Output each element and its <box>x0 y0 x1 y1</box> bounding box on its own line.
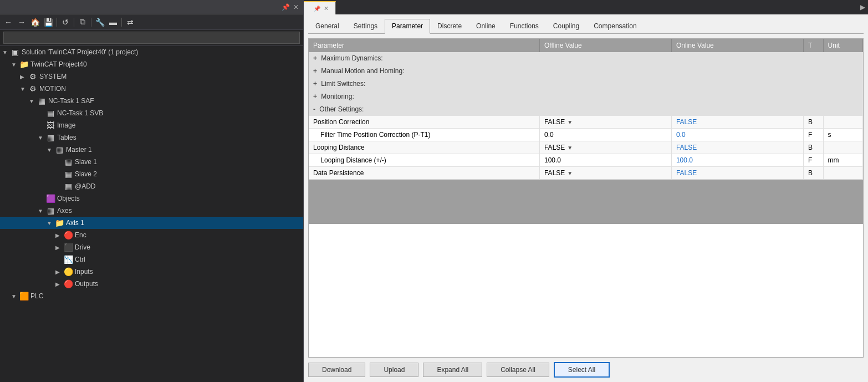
group-cell[interactable]: + Monitoring: <box>309 90 863 103</box>
search-input[interactable] <box>3 32 300 44</box>
tab-scroll-right[interactable]: ▶ <box>857 0 868 14</box>
group-cell[interactable]: - Other Settings: <box>309 103 863 116</box>
dropdown-arrow-icon: ▼ <box>567 119 573 125</box>
tree-icon-ctrl: 📉 <box>63 255 73 264</box>
close-icon[interactable]: ✕ <box>293 3 299 11</box>
tree-item-inputs[interactable]: ▶🟡Inputs <box>0 266 303 278</box>
group-cell[interactable]: + Maximum Dynamics: <box>309 52 863 65</box>
tree-arrow: ▼ <box>20 86 28 92</box>
tree-item-master1[interactable]: ▼▦Master 1 <box>0 144 303 156</box>
collapse-all-button[interactable]: Collapse All <box>487 363 549 377</box>
sync-button[interactable]: ⇄ <box>124 16 136 28</box>
refresh-button[interactable]: ↺ <box>59 16 72 28</box>
tree-icon-image: 🖼 <box>45 121 55 130</box>
tree-label-ctrl: Ctrl <box>75 256 303 263</box>
online-value[interactable]: 0.0 <box>676 131 686 139</box>
offline-cell[interactable]: 0.0 <box>539 129 671 141</box>
dropdown-cell[interactable]: FALSE ▼ <box>544 144 667 151</box>
layout-button[interactable]: ▬ <box>107 16 119 28</box>
tree-item-image[interactable]: 🖼Image <box>0 119 303 131</box>
tree-arrow: ▼ <box>47 220 54 226</box>
dropdown-cell[interactable]: FALSE ▼ <box>544 169 667 177</box>
table-row: Looping Distance FALSE ▼ FALSE B <box>309 141 863 154</box>
upload-button[interactable]: Upload <box>370 363 418 377</box>
group-cell[interactable]: + Limit Switches: <box>309 78 863 90</box>
unit-cell: s <box>823 129 862 141</box>
sub-tab-online[interactable]: Online <box>469 19 503 33</box>
group-label: Manual Motion and Homing: <box>321 67 404 75</box>
offline-cell[interactable]: 100.0 <box>539 154 671 167</box>
home-button[interactable]: 🏠 <box>29 16 41 28</box>
pin-icon[interactable]: 📌 <box>282 3 290 11</box>
tree-label-axis1: Axis 1 <box>66 219 303 227</box>
online-value[interactable]: FALSE <box>676 144 697 151</box>
sub-tab-discrete[interactable]: Discrete <box>430 19 469 33</box>
project-tab-close[interactable]: ✕ <box>324 5 329 12</box>
forward-button[interactable]: → <box>16 16 28 28</box>
sub-tab-coupling[interactable]: Coupling <box>546 19 586 33</box>
type-cell: F <box>803 129 823 141</box>
header-icons: 📌 ✕ <box>282 3 299 11</box>
tree-item-project[interactable]: ▼📁TwinCAT Project40 <box>0 58 303 70</box>
tree-item-solution[interactable]: ▼▣Solution 'TwinCAT Project40' (1 projec… <box>0 46 303 58</box>
download-button[interactable]: Download <box>308 363 365 377</box>
offline-cell[interactable]: FALSE ▼ <box>539 116 671 129</box>
tree-label-axes: Axes <box>57 207 303 215</box>
sub-tab-general[interactable]: General <box>308 19 346 33</box>
select-all-button[interactable]: Select All <box>554 362 610 378</box>
sub-tab-parameter[interactable]: Parameter <box>385 19 430 34</box>
copy-button[interactable]: ⧉ <box>76 16 89 28</box>
tree-item-outputs[interactable]: ▶🔴Outputs <box>0 278 303 290</box>
tree-label-enc: Enc <box>75 231 303 239</box>
online-value[interactable]: FALSE <box>676 118 697 126</box>
offline-cell[interactable]: FALSE ▼ <box>539 167 671 180</box>
tree-icon-master1: ▦ <box>54 145 64 154</box>
tree-item-motion[interactable]: ▼⚙MOTION <box>0 83 303 95</box>
group-cell[interactable]: + Manual Motion and Homing: <box>309 65 863 78</box>
tree-icon-project: 📁 <box>19 60 29 69</box>
group-label: Monitoring: <box>321 93 354 100</box>
sub-tab-compensation[interactable]: Compensation <box>586 19 644 33</box>
tree-item-drive[interactable]: ▶⬛Drive <box>0 241 303 253</box>
separator-3 <box>91 18 91 27</box>
project-panel: 📌 ✕ ▶ GeneralSettingsParameterDiscreteOn… <box>304 0 868 382</box>
online-cell: FALSE <box>671 116 803 129</box>
parameter-table-container: Parameter Offline Value Online Value T U… <box>308 38 864 358</box>
save-button[interactable]: 💾 <box>42 16 54 28</box>
tree-label-objects: Objects <box>57 195 303 202</box>
tree-label-system: SYSTEM <box>39 73 303 80</box>
dropdown-cell[interactable]: FALSE ▼ <box>544 118 667 126</box>
expand-all-button[interactable]: Expand All <box>423 363 482 377</box>
param-cell: Looping Distance <box>309 141 539 154</box>
parameter-table: Parameter Offline Value Online Value T U… <box>309 39 863 180</box>
tree-item-tables[interactable]: ▼▦Tables <box>0 131 303 144</box>
tree-icon-nctask1svb: ▤ <box>45 109 55 118</box>
tree-arrow: ▼ <box>47 147 54 153</box>
tree-item-ctrl[interactable]: 📉Ctrl <box>0 253 303 266</box>
sub-tabs: GeneralSettingsParameterDiscreteOnlineFu… <box>308 19 864 34</box>
settings-button[interactable]: 🔧 <box>94 16 106 28</box>
offline-cell[interactable]: FALSE ▼ <box>539 141 671 154</box>
project-tab-active[interactable]: 📌 ✕ <box>304 1 336 14</box>
tree-item-add[interactable]: ▦@ADD <box>0 180 303 192</box>
tree-item-enc[interactable]: ▶🔴Enc <box>0 229 303 241</box>
back-button[interactable]: ← <box>2 16 14 28</box>
separator-1 <box>57 18 57 27</box>
tree-item-plc[interactable]: ▼🟧PLC <box>0 290 303 302</box>
tree-icon-axes: ▦ <box>45 206 55 215</box>
online-value[interactable]: 100.0 <box>676 156 693 164</box>
tree-item-nctask1saf[interactable]: ▼▦NC-Task 1 SAF <box>0 95 303 107</box>
table-row: Data Persistence FALSE ▼ FALSE B <box>309 167 863 180</box>
tree-item-system[interactable]: ▶⚙SYSTEM <box>0 70 303 83</box>
tree-item-objects[interactable]: 🟪Objects <box>0 192 303 205</box>
online-cell: 0.0 <box>671 129 803 141</box>
tree-item-axis1[interactable]: ▼📁Axis 1 <box>0 217 303 229</box>
type-cell: F <box>803 154 823 167</box>
tree-item-slave2[interactable]: ▦Slave 2 <box>0 168 303 180</box>
online-value[interactable]: FALSE <box>676 169 697 177</box>
tree-item-nctask1svb[interactable]: ▤NC-Task 1 SVB <box>0 107 303 119</box>
tree-item-slave1[interactable]: ▦Slave 1 <box>0 156 303 168</box>
sub-tab-functions[interactable]: Functions <box>503 19 546 33</box>
tree-item-axes[interactable]: ▼▦Axes <box>0 205 303 217</box>
sub-tab-settings[interactable]: Settings <box>346 19 385 33</box>
